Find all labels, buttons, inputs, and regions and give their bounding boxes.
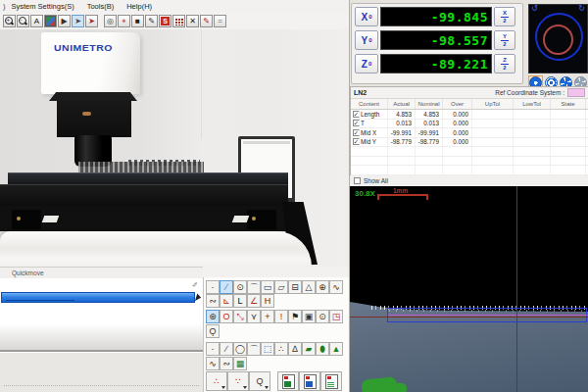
axis-half-button-y[interactable]: Y2 [494,30,515,50]
report-grid-icon[interactable] [172,15,185,27]
circle-dot-tool-icon[interactable]: ⊙ [316,310,329,323]
angle-tool-icon[interactable]: ∠ [247,294,261,308]
circle-tool-icon[interactable]: ⊙ [233,280,247,294]
polygon-tool-icon[interactable]: ▱ [274,280,288,294]
probe-tool-icon[interactable]: ⌖ [118,15,130,27]
eraser-icon[interactable]: ✐ [192,281,198,289]
edge-trace-tool-icon[interactable]: ⤡ [233,310,247,323]
cell-actual: -98.779 [388,138,416,147]
axis-zero-button-z[interactable]: Z0 [355,54,378,74]
step-tool-icon[interactable]: L [233,294,247,308]
rotate-cw-icon[interactable]: ↻ [578,5,585,13]
gear-circle-tool-icon[interactable]: ⊛ [206,310,220,323]
rectangle-tool-icon[interactable]: ▭ [261,280,274,294]
delete-icon-glyph: ✕ [189,18,196,25]
curve-tool-icon[interactable]: ∿ [329,280,343,294]
align-lines-icon[interactable]: = [214,15,226,27]
pen-icon-glyph: ✎ [148,18,155,25]
script-icon[interactable]: S [159,15,172,27]
construct-circle-icon-glyph: ◯ [235,344,245,354]
cylinder-tool-icon[interactable]: ⊟ [288,280,302,294]
text-label-icon[interactable]: A [30,15,43,27]
image-box-tool-icon[interactable]: ▣ [302,310,316,323]
angle-point-tool-icon[interactable]: ⊾ [220,294,233,308]
cone-tool-icon[interactable]: △ [302,280,316,294]
ring-tool-icon-glyph: O [222,312,229,321]
stage-navigation-widget[interactable]: ↺ ↻ [528,4,588,74]
table-row[interactable]: ✓Length4.8534.8530.000 [351,110,588,120]
plane-solid-icon-glyph: ▰ [306,344,313,354]
measurement-viewport[interactable]: 30.8X 1mm [350,186,588,392]
export-doc-blue-button[interactable] [299,371,320,391]
construct-circle-icon[interactable]: ◯ [233,342,247,356]
image-capture-icon[interactable] [44,15,57,27]
construct-point-icon[interactable]: · [206,342,220,356]
measure-points-button[interactable]: ∴ [206,371,227,391]
ref-coordinate-value[interactable] [567,88,585,97]
construct-arc-icon[interactable]: ⌒ [247,342,261,356]
closed-wave-tool-icon[interactable]: ∾ [220,357,233,370]
draw-red-icon[interactable]: ✎ [200,15,213,27]
stop-icon[interactable]: ■ [131,15,144,27]
delete-icon[interactable]: ✕ [186,15,199,27]
quickmove-progress[interactable] [1,292,195,303]
row-checkbox[interactable]: ✓ [353,111,360,118]
flag-tool-icon[interactable]: ⚑ [288,310,302,323]
step-tool-icon-glyph: L [237,296,242,306]
corner-tool-icon[interactable]: ◳ [329,310,343,323]
plus-tool-icon[interactable]: + [261,310,274,323]
row-checkbox[interactable]: ✓ [353,138,360,145]
run-icon[interactable]: ▶ [58,15,71,27]
search-feature-button[interactable]: Q [249,371,270,391]
cone-solid-icon[interactable]: ▲ [329,342,343,356]
line-tool-icon[interactable]: ∕ [220,280,233,294]
show-all-checkbox[interactable] [354,177,361,184]
table-row[interactable]: ✓Mid Y-98.779-98.7790.000 [351,138,588,148]
construct-rect-icon[interactable]: ⬚ [261,342,274,356]
wall-seam [201,29,202,139]
results-panel: LN2 Ref Coordinate System : ContentActua… [350,86,588,175]
row-checkbox[interactable]: ✓ [353,120,360,126]
closed-curve-tool-icon[interactable]: ∾ [206,294,220,308]
mark-tool-icon[interactable]: ! [274,310,288,323]
arc-tool-icon[interactable]: ⌒ [247,280,261,294]
ring-tool-icon[interactable]: O [220,310,233,323]
export-table-button[interactable] [320,371,342,391]
cell-uptol [472,110,514,119]
menu-item[interactable]: System Settings(S) [12,2,74,11]
zoom-in-icon[interactable]: + [3,15,16,27]
circle-tool-icon[interactable]: ◎ [104,15,117,27]
axis-half-button-z[interactable]: Z2 [494,54,515,74]
edge-select-icon[interactable]: ➤ [72,15,84,27]
width-tool-icon[interactable]: H [261,294,274,308]
sphere-tool-icon[interactable]: ⊕ [316,280,329,294]
menu-item[interactable]: Help(H) [126,2,152,11]
rotate-ccw-icon[interactable]: ↺ [531,5,538,13]
cell-state [551,110,586,119]
measure-points-alt-button[interactable]: ∵ [227,371,249,391]
plane-solid-icon[interactable]: ▰ [302,342,316,356]
cell-over: 0.000 [443,138,472,147]
axis-zero-button-x[interactable]: X0 [355,7,378,26]
menu-item[interactable]: Tools(B) [87,2,115,11]
axis-zero-button-y[interactable]: Y0 [355,30,378,50]
table-row[interactable]: ✓T0.0130.0130.000 [351,120,588,129]
node-link-icon-glyph: ∴ [278,344,284,354]
pen-icon[interactable]: ✎ [145,15,158,27]
q-trace-tool-icon[interactable]: Ǫ [206,324,220,338]
table-row[interactable]: ✓Mid X-99.991-99.9910.000 [351,128,588,138]
zoom-out-icon[interactable]: - [17,15,29,27]
tri-node-icon[interactable]: ∆ [288,342,302,356]
label-chip-right [232,216,250,222]
intersection-tool-icon[interactable]: ⋎ [247,310,261,323]
axis-half-button-x[interactable]: X2 [494,7,515,26]
row-checkbox[interactable]: ✓ [353,129,360,136]
wave-tool-icon[interactable]: ∿ [206,357,220,370]
export-doc-green-button[interactable] [277,371,299,391]
chart-image-icon[interactable]: ▦ [233,357,247,370]
construct-line-icon[interactable]: ∕ [220,342,233,356]
node-link-icon[interactable]: ∴ [274,342,288,356]
cylinder-solid-icon[interactable]: ⬮ [316,342,329,356]
point-select-icon[interactable]: ➤ [85,15,98,27]
point-tool-icon[interactable]: · [206,280,220,294]
